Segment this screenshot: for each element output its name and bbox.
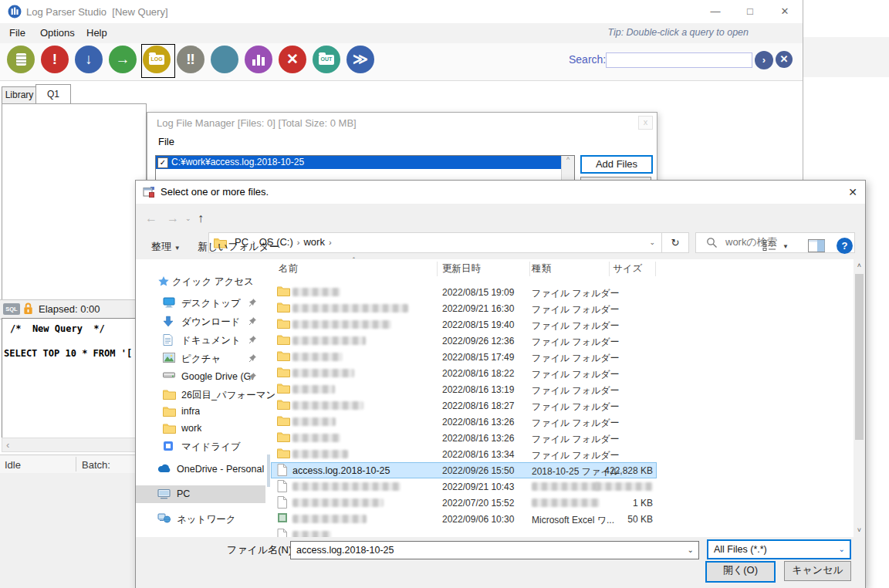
history-chevron-icon[interactable]: ⌄: [185, 215, 191, 222]
file-size: 1 KB: [633, 498, 653, 509]
scroll-down-icon[interactable]: ˅: [854, 524, 865, 537]
cancel-button[interactable]: キャンセル: [784, 561, 851, 581]
stop-icon[interactable]: !: [41, 46, 69, 73]
back-icon[interactable]: ←: [145, 211, 157, 225]
fd-close-icon[interactable]: ✕: [843, 184, 863, 201]
column-size[interactable]: サイズ: [613, 262, 642, 275]
tab-q1[interactable]: Q1: [35, 84, 71, 105]
sidebar-item-folder[interactable]: 26回目_パフォーマンス: [136, 386, 265, 404]
file-row[interactable]: 2022/08/15 19:40ファイル フォルダー: [271, 316, 854, 333]
file-row[interactable]: 2022/08/15 17:49ファイル フォルダー: [271, 349, 854, 365]
close-button[interactable]: ✕: [772, 3, 798, 20]
filetype-chevron-icon[interactable]: ⌄: [839, 545, 845, 553]
help-icon[interactable]: ?: [837, 238, 853, 254]
organize-button[interactable]: 整理 ▼: [151, 240, 181, 254]
minimize-button[interactable]: —: [702, 3, 728, 20]
menu-options[interactable]: Options: [40, 27, 75, 39]
file-row[interactable]: 2022/08/16 13:26ファイル フォルダー: [271, 430, 854, 446]
file-row[interactable]: 2022/08/16 13:34ファイル フォルダー: [271, 446, 854, 462]
sidebar-item-doc[interactable]: ドキュメント: [136, 331, 265, 349]
pin-icon[interactable]: [248, 372, 257, 381]
chart-icon[interactable]: [245, 46, 272, 73]
file-size: 50 KB: [627, 514, 653, 525]
run-query-icon[interactable]: →: [109, 46, 137, 73]
sidebar-item-folder[interactable]: infra: [136, 403, 265, 421]
maximize-button[interactable]: □: [737, 3, 763, 20]
lfm-entry-checkbox[interactable]: ✓: [157, 157, 168, 168]
sidebar-item-picture[interactable]: ピクチャ: [136, 350, 265, 367]
powershell-export-icon[interactable]: ≫: [346, 46, 374, 73]
editor-hscrollbar[interactable]: ‹: [2, 438, 148, 452]
menu-help[interactable]: Help: [86, 27, 107, 39]
lfm-file-entry[interactable]: ✓ C:¥work¥access.log.2018-10-25: [156, 156, 561, 169]
lfm-menu-file[interactable]: File: [158, 136, 174, 147]
sidebar-item-cloud[interactable]: OneDrive - Personal: [136, 461, 265, 478]
query-doc-icon[interactable]: ~: [211, 46, 238, 73]
pin-icon[interactable]: [248, 316, 257, 326]
column-type[interactable]: 種類: [532, 262, 551, 275]
view-mode-chevron-icon[interactable]: ▼: [783, 243, 789, 250]
organize-chevron-icon: ▼: [174, 245, 181, 252]
elapsed-text: Elapsed: 0:00: [39, 303, 100, 315]
scroll-up-icon[interactable]: ˄: [854, 259, 865, 272]
abort-all-icon[interactable]: ‼: [177, 46, 205, 73]
open-button[interactable]: 開く(O): [705, 561, 776, 583]
sidebar-item-pc[interactable]: PC: [136, 485, 265, 503]
search-go-button[interactable]: ›: [755, 51, 773, 69]
filename-chevron-icon[interactable]: ⌄: [688, 546, 694, 554]
filename-combo[interactable]: access.log.2018-10-25 ⌄: [290, 541, 699, 559]
view-mode-icon[interactable]: [762, 239, 778, 252]
column-date[interactable]: 更新日時: [442, 262, 481, 275]
sidebar-item-network[interactable]: ネットワーク: [136, 510, 265, 528]
file-row[interactable]: 2022/08/15 19:09ファイル フォルダー: [271, 284, 854, 300]
pin-icon[interactable]: [248, 335, 257, 344]
up-icon[interactable]: ↑: [198, 211, 204, 225]
scroll-left-icon[interactable]: ‹: [6, 439, 9, 451]
pin-icon[interactable]: [248, 353, 257, 363]
folder-icon: [277, 448, 290, 458]
query-editor[interactable]: /* New Query */SELECT TOP 10 * FROM '[: [2, 318, 148, 438]
file-row[interactable]: 2022/09/06 10:30Microsoft Excel ワ...50 K…: [271, 511, 854, 527]
new-folder-button[interactable]: 新しいフォルダー: [198, 240, 279, 254]
file-row[interactable]: access.log.2018-10-252022/09/26 15:50201…: [271, 462, 854, 478]
file-row[interactable]: 2022/09/21 10:43: [271, 478, 854, 495]
sidebar-scrollbar-thumb[interactable]: [267, 455, 270, 487]
file-row[interactable]: 2022/08/16 13:26ファイル フォルダー: [271, 414, 854, 430]
search-input[interactable]: [606, 52, 752, 68]
sidebar-item-star[interactable]: クイック アクセス: [136, 272, 265, 290]
file-row[interactable]: 2022/09/21 16:30ファイル フォルダー: [271, 300, 854, 316]
preview-pane-icon[interactable]: [808, 239, 825, 252]
file-icon: [277, 496, 287, 509]
sidebar-item-folder[interactable]: work: [136, 420, 265, 438]
sidebar-item-gdrive[interactable]: マイドライブ: [136, 438, 265, 455]
log-file-manager-icon[interactable]: LOG: [143, 46, 171, 73]
folder-icon: [277, 415, 290, 426]
new-query-icon[interactable]: [7, 46, 35, 73]
file-row[interactable]: 2022/08/16 18:27ファイル フォルダー: [271, 397, 854, 414]
filetype-combo[interactable]: All Files (*.*) ⌄: [707, 539, 851, 559]
file-row[interactable]: 2022/09/26 12:36ファイル フォルダー: [271, 333, 854, 349]
download-query-icon[interactable]: ↓: [75, 46, 103, 73]
pc-icon: [157, 488, 171, 499]
file-list-scrollbar[interactable]: ˄ ˅: [854, 259, 865, 537]
lfm-list-scrollbar[interactable]: ^: [561, 156, 574, 182]
column-name[interactable]: 名前: [279, 262, 298, 275]
sidebar-item-down-arrow[interactable]: ダウンロード: [136, 313, 265, 330]
forward-icon[interactable]: →: [167, 211, 179, 225]
output-folder-icon[interactable]: OUT: [313, 46, 340, 73]
menu-file[interactable]: File: [9, 27, 25, 39]
sidebar-item-hdd[interactable]: Google Drive (G:: [136, 368, 265, 386]
search-clear-button[interactable]: ✕: [776, 51, 793, 68]
scrollbar-thumb[interactable]: [855, 274, 864, 440]
file-row[interactable]: [271, 527, 854, 537]
lfm-close-icon[interactable]: x: [638, 116, 653, 130]
tab-library[interactable]: Library: [2, 86, 37, 104]
file-row[interactable]: 2022/08/16 18:22ファイル フォルダー: [271, 365, 854, 381]
file-row[interactable]: 2022/07/20 15:521 KB: [271, 495, 854, 511]
sidebar: クイック アクセスデスクトップダウンロードドキュメントピクチャGoogle Dr…: [136, 259, 271, 537]
close-query-icon[interactable]: ✕: [279, 46, 306, 73]
pin-icon[interactable]: [248, 298, 257, 307]
sidebar-item-monitor[interactable]: デスクトップ: [136, 294, 265, 312]
add-files-button[interactable]: Add Files: [580, 155, 653, 174]
file-row[interactable]: 2022/08/16 13:19ファイル フォルダー: [271, 381, 854, 397]
